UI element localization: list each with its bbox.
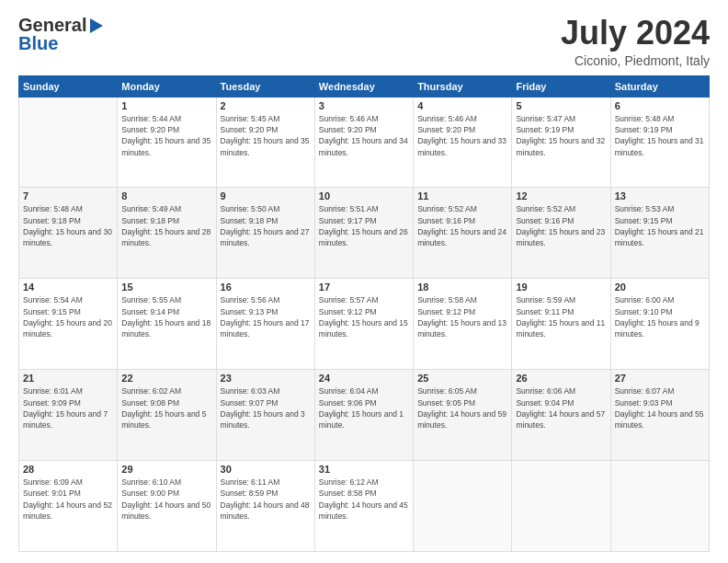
table-row: 13 Sunrise: 5:53 AMSunset: 9:15 PMDaylig… xyxy=(610,188,709,279)
day-number: 17 xyxy=(319,282,409,293)
logo-blue: Blue xyxy=(18,33,58,54)
day-number: 10 xyxy=(319,190,409,201)
day-number: 9 xyxy=(221,190,311,201)
table-row xyxy=(512,461,610,552)
day-number: 7 xyxy=(23,190,113,201)
col-thursday: Thursday xyxy=(414,75,512,97)
day-info: Sunrise: 5:49 AMSunset: 9:18 PMDaylight:… xyxy=(121,204,210,247)
day-number: 13 xyxy=(615,190,705,201)
day-number: 22 xyxy=(121,373,211,384)
day-number: 16 xyxy=(221,282,311,293)
day-number: 3 xyxy=(319,100,409,111)
title-section: July 2024 Ciconio, Piedmont, Italy xyxy=(561,15,710,68)
day-info: Sunrise: 6:01 AMSunset: 9:09 PMDaylight:… xyxy=(23,386,108,430)
day-number: 31 xyxy=(319,464,409,475)
table-row: 15 Sunrise: 5:55 AMSunset: 9:14 PMDaylig… xyxy=(118,279,216,370)
table-row: 20 Sunrise: 6:00 AMSunset: 9:10 PMDaylig… xyxy=(610,279,709,370)
table-row: 2 Sunrise: 5:45 AMSunset: 9:20 PMDayligh… xyxy=(216,97,314,188)
day-info: Sunrise: 5:59 AMSunset: 9:11 PMDaylight:… xyxy=(516,295,605,339)
day-number: 24 xyxy=(319,373,409,384)
day-number: 29 xyxy=(121,464,211,475)
day-number: 21 xyxy=(23,373,113,384)
calendar-week-row: 14 Sunrise: 5:54 AMSunset: 9:15 PMDaylig… xyxy=(19,279,710,370)
table-row: 30 Sunrise: 6:11 AMSunset: 8:59 PMDaylig… xyxy=(216,461,314,552)
day-info: Sunrise: 5:56 AMSunset: 9:13 PMDaylight:… xyxy=(221,295,310,339)
table-row: 27 Sunrise: 6:07 AMSunset: 9:03 PMDaylig… xyxy=(610,370,709,461)
day-info: Sunrise: 6:06 AMSunset: 9:04 PMDaylight:… xyxy=(516,386,605,430)
day-info: Sunrise: 5:48 AMSunset: 9:19 PMDaylight:… xyxy=(615,114,704,157)
calendar-header-row: Sunday Monday Tuesday Wednesday Thursday… xyxy=(19,75,710,97)
day-number: 5 xyxy=(516,100,606,111)
day-info: Sunrise: 5:47 AMSunset: 9:19 PMDaylight:… xyxy=(516,114,605,157)
table-row: 22 Sunrise: 6:02 AMSunset: 9:08 PMDaylig… xyxy=(118,370,216,461)
col-wednesday: Wednesday xyxy=(314,75,413,97)
col-monday: Monday xyxy=(118,75,216,97)
day-info: Sunrise: 5:54 AMSunset: 9:15 PMDaylight:… xyxy=(23,295,112,339)
day-info: Sunrise: 5:57 AMSunset: 9:12 PMDaylight:… xyxy=(319,295,408,339)
day-number: 12 xyxy=(516,190,606,201)
day-number: 6 xyxy=(615,100,705,111)
table-row: 3 Sunrise: 5:46 AMSunset: 9:20 PMDayligh… xyxy=(314,97,413,188)
day-number: 1 xyxy=(121,100,211,111)
location-title: Ciconio, Piedmont, Italy xyxy=(561,53,710,68)
col-friday: Friday xyxy=(512,75,610,97)
day-number: 30 xyxy=(221,464,311,475)
logo: General Blue xyxy=(18,15,103,54)
day-info: Sunrise: 6:07 AMSunset: 9:03 PMDaylight:… xyxy=(615,386,704,430)
table-row: 31 Sunrise: 6:12 AMSunset: 8:58 PMDaylig… xyxy=(314,461,413,552)
calendar-week-row: 1 Sunrise: 5:44 AMSunset: 9:20 PMDayligh… xyxy=(19,97,710,188)
day-info: Sunrise: 5:46 AMSunset: 9:20 PMDaylight:… xyxy=(417,114,506,157)
day-number: 27 xyxy=(615,373,705,384)
header: General Blue July 2024 Ciconio, Piedmont… xyxy=(18,15,710,68)
day-number: 25 xyxy=(417,373,507,384)
calendar-week-row: 28 Sunrise: 6:09 AMSunset: 9:01 PMDaylig… xyxy=(19,461,710,552)
month-title: July 2024 xyxy=(561,15,710,52)
day-info: Sunrise: 5:52 AMSunset: 9:16 PMDaylight:… xyxy=(516,204,605,247)
table-row: 16 Sunrise: 5:56 AMSunset: 9:13 PMDaylig… xyxy=(216,279,314,370)
col-saturday: Saturday xyxy=(610,75,709,97)
table-row: 25 Sunrise: 6:05 AMSunset: 9:05 PMDaylig… xyxy=(414,370,512,461)
day-number: 18 xyxy=(417,282,507,293)
day-info: Sunrise: 5:51 AMSunset: 9:17 PMDaylight:… xyxy=(319,204,408,247)
day-number: 28 xyxy=(23,464,113,475)
day-info: Sunrise: 5:55 AMSunset: 9:14 PMDaylight:… xyxy=(121,295,210,339)
table-row: 10 Sunrise: 5:51 AMSunset: 9:17 PMDaylig… xyxy=(314,188,413,279)
table-row xyxy=(610,461,709,552)
table-row: 1 Sunrise: 5:44 AMSunset: 9:20 PMDayligh… xyxy=(118,97,216,188)
table-row xyxy=(414,461,512,552)
day-number: 23 xyxy=(221,373,311,384)
table-row: 5 Sunrise: 5:47 AMSunset: 9:19 PMDayligh… xyxy=(512,97,610,188)
day-info: Sunrise: 5:52 AMSunset: 9:16 PMDaylight:… xyxy=(417,204,506,247)
table-row: 6 Sunrise: 5:48 AMSunset: 9:19 PMDayligh… xyxy=(610,97,709,188)
day-info: Sunrise: 5:53 AMSunset: 9:15 PMDaylight:… xyxy=(615,204,704,247)
day-number: 2 xyxy=(221,100,311,111)
day-info: Sunrise: 6:03 AMSunset: 9:07 PMDaylight:… xyxy=(221,386,305,430)
day-info: Sunrise: 5:58 AMSunset: 9:12 PMDaylight:… xyxy=(417,295,506,339)
day-number: 11 xyxy=(417,190,507,201)
table-row: 8 Sunrise: 5:49 AMSunset: 9:18 PMDayligh… xyxy=(118,188,216,279)
day-number: 20 xyxy=(615,282,705,293)
table-row: 18 Sunrise: 5:58 AMSunset: 9:12 PMDaylig… xyxy=(414,279,512,370)
table-row: 26 Sunrise: 6:06 AMSunset: 9:04 PMDaylig… xyxy=(512,370,610,461)
day-number: 15 xyxy=(121,282,211,293)
table-row: 7 Sunrise: 5:48 AMSunset: 9:18 PMDayligh… xyxy=(19,188,118,279)
table-row: 28 Sunrise: 6:09 AMSunset: 9:01 PMDaylig… xyxy=(19,461,118,552)
table-row: 23 Sunrise: 6:03 AMSunset: 9:07 PMDaylig… xyxy=(216,370,314,461)
table-row: 29 Sunrise: 6:10 AMSunset: 9:00 PMDaylig… xyxy=(118,461,216,552)
table-row: 9 Sunrise: 5:50 AMSunset: 9:18 PMDayligh… xyxy=(216,188,314,279)
day-info: Sunrise: 6:11 AMSunset: 8:59 PMDaylight:… xyxy=(221,477,310,521)
day-info: Sunrise: 5:46 AMSunset: 9:20 PMDaylight:… xyxy=(319,114,408,157)
table-row: 12 Sunrise: 5:52 AMSunset: 9:16 PMDaylig… xyxy=(512,188,610,279)
table-row: 11 Sunrise: 5:52 AMSunset: 9:16 PMDaylig… xyxy=(414,188,512,279)
day-info: Sunrise: 6:09 AMSunset: 9:01 PMDaylight:… xyxy=(23,477,112,521)
table-row xyxy=(19,97,118,188)
table-row: 24 Sunrise: 6:04 AMSunset: 9:06 PMDaylig… xyxy=(314,370,413,461)
table-row: 19 Sunrise: 5:59 AMSunset: 9:11 PMDaylig… xyxy=(512,279,610,370)
table-row: 17 Sunrise: 5:57 AMSunset: 9:12 PMDaylig… xyxy=(314,279,413,370)
day-number: 19 xyxy=(516,282,606,293)
day-info: Sunrise: 6:05 AMSunset: 9:05 PMDaylight:… xyxy=(417,386,506,430)
day-info: Sunrise: 5:50 AMSunset: 9:18 PMDaylight:… xyxy=(221,204,310,247)
day-info: Sunrise: 6:02 AMSunset: 9:08 PMDaylight:… xyxy=(121,386,206,430)
day-number: 26 xyxy=(516,373,606,384)
day-number: 14 xyxy=(23,282,113,293)
